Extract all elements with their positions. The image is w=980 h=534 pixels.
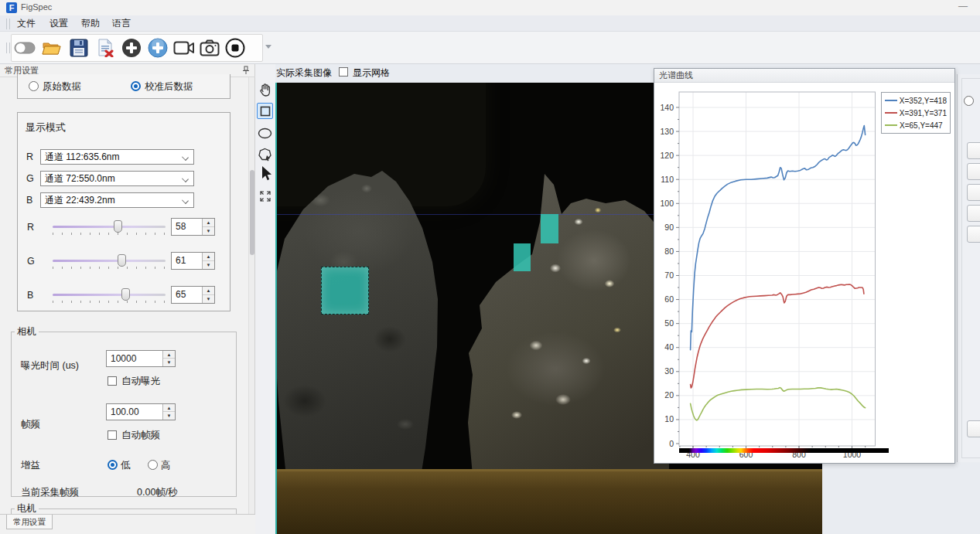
menubar-grip[interactable] xyxy=(6,19,10,29)
photo-camera-icon xyxy=(200,39,220,56)
slider-g-label: G xyxy=(27,256,35,267)
radio-calibrated-data[interactable] xyxy=(131,81,141,91)
roi-patch[interactable] xyxy=(514,243,531,271)
toolbar-overflow-caret[interactable] xyxy=(265,45,271,49)
svg-text:0: 0 xyxy=(669,439,674,448)
spin-down-icon[interactable]: ▼ xyxy=(163,359,175,366)
svg-text:80: 80 xyxy=(664,247,674,256)
connect-toggle-button[interactable] xyxy=(14,37,36,59)
exposure-spinbox[interactable]: 10000▲▼ xyxy=(106,350,176,367)
svg-text:60: 60 xyxy=(664,294,674,304)
roi-selection[interactable] xyxy=(321,267,369,315)
gain-high-radio[interactable] xyxy=(148,460,158,470)
spin-up-icon[interactable]: ▲ xyxy=(203,253,214,261)
svg-text:120: 120 xyxy=(660,151,674,160)
spin-down-icon[interactable]: ▼ xyxy=(203,295,214,304)
slider-b-ticks xyxy=(53,301,166,303)
minimize-button[interactable]: — xyxy=(953,1,973,14)
svg-text:110: 110 xyxy=(661,175,674,184)
slider-r-track[interactable] xyxy=(53,226,166,228)
data-type-groupbox: 原始数据 校准后数据 xyxy=(17,74,230,99)
pointer-tool[interactable] xyxy=(257,165,273,182)
polygon-icon xyxy=(258,148,272,162)
slider-b-handle[interactable] xyxy=(121,288,130,301)
fit-expand-tool[interactable] xyxy=(257,188,273,204)
menu-item-language[interactable]: 语言 xyxy=(108,17,135,30)
spin-down-icon[interactable]: ▼ xyxy=(203,261,214,270)
clear-document-button[interactable] xyxy=(94,37,116,59)
legend-label: X=65,Y=447 xyxy=(900,121,943,130)
slider-b-track[interactable] xyxy=(53,294,166,296)
auto-exposure-checkbox[interactable] xyxy=(108,376,117,386)
pan-hand-tool[interactable] xyxy=(257,81,273,97)
auto-framerate-checkbox[interactable] xyxy=(108,430,117,440)
spin-down-icon[interactable]: ▼ xyxy=(203,227,214,236)
cutoff-panel-button[interactable] xyxy=(967,226,980,243)
channel-b-select[interactable]: 通道 22:439.2nm xyxy=(40,192,194,208)
roi-patch[interactable] xyxy=(541,214,558,243)
show-grid-checkbox[interactable] xyxy=(339,67,348,77)
channel-g-label: G xyxy=(26,173,34,184)
pin-icon[interactable] xyxy=(241,66,251,75)
slider-r-handle[interactable] xyxy=(114,220,122,233)
slider-g-track[interactable] xyxy=(53,260,166,262)
toggle-icon xyxy=(14,41,36,55)
gain-low-radio[interactable] xyxy=(108,460,118,470)
record-video-button[interactable] xyxy=(173,37,195,59)
channel-r-select[interactable]: 通道 112:635.6nm xyxy=(40,149,194,165)
stop-record-button[interactable] xyxy=(224,37,246,59)
display-mode-title: 显示模式 xyxy=(26,121,66,134)
add-white-reference-button[interactable] xyxy=(147,37,169,59)
open-file-button[interactable] xyxy=(41,37,63,59)
channel-g-select[interactable]: 通道 72:550.0nm xyxy=(40,171,194,186)
svg-text:50: 50 xyxy=(664,318,674,328)
spin-up-icon[interactable]: ▲ xyxy=(203,287,214,295)
chevron-down-icon xyxy=(182,154,189,161)
menu-item-file[interactable]: 文件 xyxy=(12,17,40,30)
chevron-down-icon xyxy=(182,175,189,182)
svg-text:10: 10 xyxy=(664,414,674,423)
rect-select-tool[interactable] xyxy=(257,103,273,119)
cutoff-panel-button[interactable] xyxy=(967,420,980,437)
slider-g-handle[interactable] xyxy=(118,254,126,267)
add-black-reference-button[interactable] xyxy=(121,37,142,59)
cutoff-panel-button[interactable] xyxy=(967,163,980,180)
cutoff-panel-button[interactable] xyxy=(967,142,980,159)
slider-r-spinbox[interactable]: 58▲▼ xyxy=(171,218,215,236)
snapshot-button[interactable] xyxy=(199,37,220,59)
panel-scrollbar[interactable] xyxy=(248,77,254,514)
cutoff-side-panel xyxy=(957,74,980,462)
framerate-spinbox[interactable]: 100.00▲▼ xyxy=(106,403,176,420)
menu-item-help[interactable]: 帮助 xyxy=(77,17,104,30)
slider-b-label: B xyxy=(27,290,33,301)
svg-text:140: 140 xyxy=(660,103,674,112)
toolbar-grip[interactable] xyxy=(6,43,10,53)
current-framerate-value: 0.00帧/秒 xyxy=(137,486,178,499)
document-delete-icon xyxy=(96,39,114,57)
spin-down-icon[interactable]: ▼ xyxy=(163,412,175,420)
viewport-label: 实际采集图像 xyxy=(276,66,332,80)
legend-entry: X=391,Y=371 xyxy=(885,107,947,119)
polygon-select-tool[interactable] xyxy=(257,146,273,162)
svg-text:30: 30 xyxy=(664,366,674,376)
scrollbar-thumb[interactable] xyxy=(250,170,254,255)
ellipse-select-tool[interactable] xyxy=(257,125,273,141)
dock-tab-bar: 常用设置 xyxy=(0,514,255,534)
spin-up-icon[interactable]: ▲ xyxy=(163,351,175,359)
tab-common-settings[interactable]: 常用设置 xyxy=(6,515,53,529)
spin-up-icon[interactable]: ▲ xyxy=(163,404,175,412)
svg-text:100: 100 xyxy=(660,199,674,208)
table-surface xyxy=(277,469,822,534)
rectangle-icon xyxy=(260,106,271,117)
slider-g-spinbox[interactable]: 61▲▼ xyxy=(171,252,215,270)
cutoff-panel-radio[interactable] xyxy=(964,96,974,106)
radio-raw-data[interactable] xyxy=(29,81,39,91)
save-button[interactable] xyxy=(68,37,90,59)
cutoff-panel-button[interactable] xyxy=(967,205,980,222)
camera-group-title: 相机 xyxy=(15,325,39,338)
spin-up-icon[interactable]: ▲ xyxy=(203,219,214,227)
slider-b-spinbox[interactable]: 65▲▼ xyxy=(171,286,215,304)
cutoff-panel-button[interactable] xyxy=(967,184,980,201)
menu-item-settings[interactable]: 设置 xyxy=(45,17,73,30)
auto-framerate-label: 自动帧频 xyxy=(121,429,160,442)
